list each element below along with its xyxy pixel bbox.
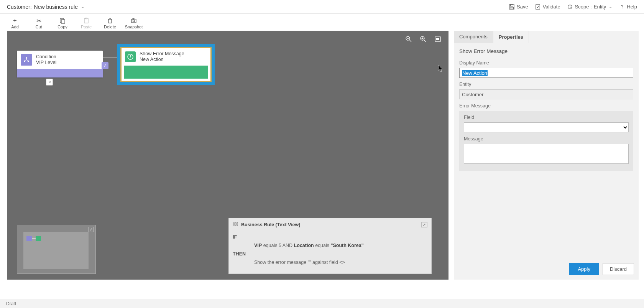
scope-dropdown[interactable]: Scope : Entity ⌄	[567, 4, 613, 10]
zoom-out-button[interactable]	[405, 35, 412, 43]
true-branch-icon[interactable]: ✓	[102, 62, 108, 69]
action-subtitle: New Action	[140, 57, 184, 63]
svg-rect-9	[108, 19, 112, 23]
scope-value: Entity	[594, 4, 606, 10]
svg-rect-28	[236, 222, 238, 223]
svg-rect-30	[236, 225, 238, 226]
status-bar: Draft	[0, 299, 644, 308]
paste-icon	[75, 17, 97, 25]
svg-rect-3	[536, 4, 540, 9]
text-view-icon	[233, 221, 238, 228]
delete-label: Delete	[99, 25, 121, 29]
cut-button[interactable]: ✂ Cut	[28, 17, 50, 29]
expand-icon[interactable]: ⤢	[89, 227, 94, 232]
copy-label: Copy	[51, 25, 74, 29]
delete-button[interactable]: Delete	[99, 17, 121, 29]
svg-line-14	[409, 40, 411, 42]
error-message-icon: !	[125, 51, 136, 62]
svg-rect-27	[233, 222, 235, 223]
scope-icon	[567, 4, 573, 10]
condition-footer	[17, 69, 103, 77]
then-keyword: THEN	[233, 251, 254, 257]
scope-label: Scope :	[575, 4, 592, 10]
chevron-down-icon[interactable]: ⌄	[81, 4, 84, 9]
header-title[interactable]: Customer: New business rule ⌄	[7, 4, 84, 10]
snapshot-button[interactable]: Snapshot	[123, 17, 145, 29]
rule-name: New business rule	[34, 4, 78, 10]
trash-icon	[99, 17, 121, 25]
condition-icon	[21, 54, 32, 66]
scissors-icon: ✂	[28, 17, 50, 25]
canvas[interactable]: Condition VIP Level ✓ ✕ ! Show Error Mes…	[7, 31, 449, 280]
validate-label: Validate	[543, 4, 560, 10]
save-label: Save	[517, 4, 528, 10]
chevron-down-icon: ⌄	[609, 4, 612, 9]
condition-title: Condition	[36, 54, 56, 60]
display-name-label: Display Name	[459, 60, 633, 66]
discard-button[interactable]: Discard	[603, 263, 634, 275]
display-name-input[interactable]: New Action	[459, 68, 633, 78]
save-button[interactable]: Save	[509, 4, 528, 10]
field-label: Field	[464, 115, 629, 120]
condition-subtitle: VIP Level	[36, 60, 56, 66]
header-bar: Customer: New business rule ⌄ Save Valid…	[0, 0, 644, 14]
snapshot-label: Snapshot	[123, 25, 145, 29]
camera-icon	[123, 17, 145, 25]
action-bar: + Add ✂ Cut Copy Paste Delete Snapshot	[0, 14, 644, 31]
if-keyword: IF	[233, 234, 254, 240]
validate-button[interactable]: Validate	[535, 4, 560, 10]
cut-label: Cut	[28, 25, 50, 29]
svg-point-11	[133, 20, 135, 22]
copy-icon	[51, 17, 74, 25]
message-textarea[interactable]	[464, 144, 629, 164]
entity-label: Entity	[459, 82, 633, 87]
then-action-text: Show the error message "" against field …	[254, 260, 345, 265]
minimap-condition-node	[26, 236, 32, 241]
svg-point-22	[26, 57, 27, 59]
entity-label: Customer:	[7, 4, 32, 10]
validate-icon	[535, 4, 541, 10]
if-condition-text: VIP equals 5 AND Location equals "South …	[254, 243, 364, 248]
properties-panel: Components Properties Show Error Message…	[454, 31, 639, 280]
false-branch-icon[interactable]: ✕	[46, 79, 53, 86]
apply-button[interactable]: Apply	[569, 263, 599, 275]
svg-text:!: !	[130, 54, 131, 59]
condition-node[interactable]: Condition VIP Level ✓	[17, 51, 103, 77]
action-node-selected[interactable]: ! Show Error Message New Action	[117, 44, 215, 85]
svg-rect-10	[131, 19, 136, 23]
properties-heading: Show Error Message	[459, 48, 633, 54]
add-button[interactable]: + Add	[4, 17, 26, 29]
connector-line	[103, 58, 117, 58]
tab-properties[interactable]: Properties	[493, 31, 529, 43]
field-select[interactable]	[464, 122, 629, 132]
minimap[interactable]: ⤢	[17, 225, 96, 274]
tab-components[interactable]: Components	[454, 31, 493, 43]
copy-button[interactable]: Copy	[51, 17, 74, 29]
svg-rect-2	[510, 7, 514, 8]
fit-screen-button[interactable]	[434, 35, 442, 43]
zoom-in-button[interactable]	[419, 35, 427, 43]
svg-rect-1	[511, 4, 513, 6]
svg-rect-29	[233, 225, 235, 226]
svg-line-17	[424, 40, 426, 42]
entity-input	[459, 89, 633, 99]
plus-icon: +	[4, 17, 26, 25]
minimap-connector	[32, 238, 36, 239]
text-view-panel: Business Rule (Text View) ⤢ IF VIP equal…	[228, 218, 432, 274]
svg-rect-21	[436, 38, 439, 40]
svg-point-24	[28, 61, 29, 62]
svg-rect-6	[61, 20, 65, 23]
expand-icon[interactable]: ⤢	[421, 222, 427, 227]
svg-point-23	[24, 61, 25, 62]
minimap-viewport	[23, 232, 89, 269]
help-label: Help	[627, 4, 637, 10]
help-icon: ?	[619, 4, 625, 10]
status-text: Draft	[6, 301, 16, 306]
message-label: Message	[464, 136, 629, 142]
error-message-label: Error Message	[459, 103, 633, 109]
action-footer	[124, 66, 208, 79]
text-view-title: Business Rule (Text View)	[241, 222, 300, 227]
help-button[interactable]: ? Help	[619, 4, 637, 10]
action-title: Show Error Message	[140, 51, 184, 57]
add-label: Add	[4, 25, 26, 29]
